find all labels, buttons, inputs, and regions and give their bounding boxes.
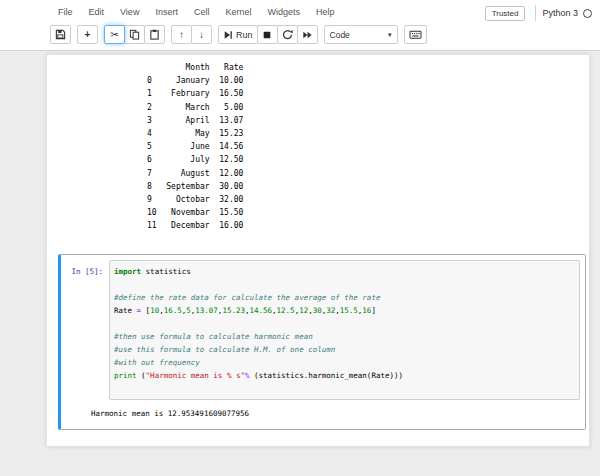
menu-item-kernel[interactable]: Kernel — [217, 7, 259, 17]
move-cell-up-button[interactable]: ↑ — [171, 25, 192, 44]
cell-input-row: In [5]: import statistics #define the ra… — [61, 260, 580, 400]
menu-item-insert[interactable]: Insert — [147, 7, 186, 17]
menu-item-view[interactable]: View — [112, 7, 147, 17]
code-editor[interactable]: import statistics #define the rate data … — [109, 260, 580, 400]
restart-icon — [282, 29, 293, 40]
plus-icon: + — [85, 30, 91, 40]
restart-kernel-button[interactable] — [277, 25, 298, 44]
cell-type-select[interactable]: Code ▾ — [324, 25, 398, 44]
cell-output-text: Harmonic mean is 12.953491609077956 — [91, 407, 580, 420]
kernel-idle-icon — [583, 9, 592, 18]
insert-cell-button[interactable]: + — [77, 25, 98, 44]
restart-run-all-button[interactable] — [297, 25, 318, 44]
menu-item-help[interactable]: Help — [308, 7, 343, 17]
run-icon — [223, 30, 233, 40]
paste-cell-button[interactable] — [144, 25, 165, 44]
input-prompt: In [5]: — [61, 260, 109, 400]
menu-item-file[interactable]: File — [50, 7, 81, 17]
cell-output-row: Harmonic mean is 12.953491609077956 — [61, 400, 580, 429]
dataframe-output: Month Rate 0 January 10.00 1 February 16… — [147, 61, 589, 233]
copy-cell-button[interactable] — [124, 25, 145, 44]
keyboard-icon — [409, 29, 422, 40]
menu-item-cell[interactable]: Cell — [186, 7, 218, 17]
move-cell-down-button[interactable]: ↓ — [191, 25, 212, 44]
fast-forward-icon — [302, 30, 313, 40]
save-button[interactable] — [50, 25, 71, 44]
arrow-up-icon: ↑ — [179, 30, 184, 40]
copy-icon — [129, 29, 140, 40]
toolbar: + ✂ ↑ — [0, 22, 600, 50]
chevron-down-icon: ▾ — [388, 31, 392, 39]
cut-cell-button[interactable]: ✂ — [104, 25, 125, 44]
save-icon — [55, 29, 66, 40]
menu-item-widgets[interactable]: Widgets — [259, 7, 308, 17]
notebook-header: File Edit View Insert Cell Kernel Widget… — [0, 0, 600, 51]
notebook-container: Month Rate 0 January 10.00 1 February 16… — [0, 51, 600, 474]
header-divider — [535, 5, 536, 21]
cell-type-value: Code — [330, 30, 350, 40]
command-palette-button[interactable] — [404, 25, 427, 44]
kernel-name: Python 3 — [542, 8, 578, 18]
notebook-page: Month Rate 0 January 10.00 1 February 16… — [46, 54, 590, 447]
scissors-icon: ✂ — [110, 30, 118, 40]
header-right: Trusted Python 3 — [485, 5, 592, 21]
menu-item-edit[interactable]: Edit — [81, 7, 113, 17]
interrupt-kernel-button[interactable] — [257, 25, 278, 44]
code-cell[interactable]: In [5]: import statistics #define the ra… — [58, 254, 586, 430]
stop-icon — [262, 30, 272, 40]
run-button[interactable]: Run — [218, 25, 258, 44]
run-label: Run — [236, 30, 253, 40]
arrow-down-icon: ↓ — [199, 30, 204, 40]
trusted-button[interactable]: Trusted — [485, 6, 526, 21]
paste-icon — [149, 29, 160, 40]
